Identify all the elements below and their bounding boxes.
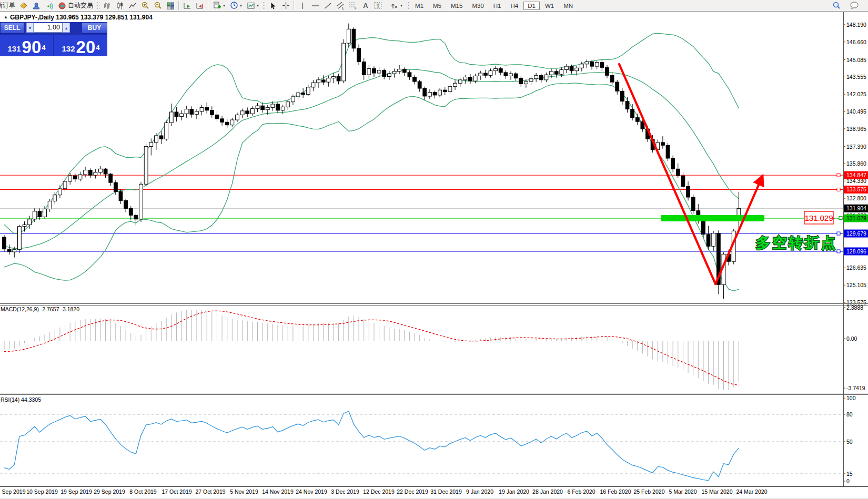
price-tick-label: 135.860: [846, 160, 866, 167]
price-tick-label: 146.660: [846, 39, 866, 45]
candle: [625, 97, 629, 113]
candle: [7, 245, 11, 254]
volume-increase-button[interactable]: ▲: [63, 23, 70, 33]
price-badge-label: 134.847: [846, 172, 866, 178]
candle: [377, 67, 381, 76]
candle: [58, 185, 62, 198]
rsi-indicator-label: RSI(14) 44.3305: [1, 396, 41, 403]
candle: [398, 65, 401, 74]
price-tick-label: 148.190: [846, 22, 866, 28]
candle: [615, 80, 619, 95]
candle: [387, 71, 391, 80]
candle: [600, 60, 604, 70]
rsi-line: [4, 411, 739, 481]
candle: [200, 105, 204, 115]
price-badge-label: 131.029: [846, 215, 866, 221]
collapse-arrow-icon[interactable]: ▲: [4, 15, 8, 19]
pivot-annotation-text[interactable]: 多空转折点: [756, 235, 837, 251]
trend-line-down[interactable]: [619, 64, 715, 284]
candle: [342, 39, 346, 84]
date-label: 19 Sep 2019: [60, 488, 92, 495]
sell-button[interactable]: SELL: [0, 22, 24, 34]
candle: [230, 118, 234, 127]
price-tick-label: 143.555: [846, 74, 866, 80]
macd-histogram: [4, 310, 739, 390]
candle: [367, 65, 371, 79]
date-label: Sep 2019: [2, 488, 26, 495]
buy-button[interactable]: BUY: [82, 22, 107, 34]
candle: [463, 75, 467, 84]
buy-price-button[interactable]: 132204: [54, 35, 107, 56]
volume-input[interactable]: 1.00: [34, 23, 63, 33]
macd-tick-label: 0.00: [846, 335, 857, 342]
line-anchor-marker[interactable]: [837, 188, 840, 191]
date-label: 25 Feb 2020: [634, 488, 665, 495]
date-label: 10 Sep 2019: [26, 488, 58, 495]
candle: [327, 76, 330, 86]
date-label: 9 Jan 2020: [466, 488, 493, 495]
candle: [84, 167, 87, 177]
chart-canvas[interactable]: 131.029 148.190146.660145.085143.555142.…: [0, 0, 868, 499]
candle: [423, 87, 427, 100]
date-label: 8 Oct 2019: [129, 488, 157, 495]
candle: [585, 59, 589, 68]
candle: [565, 64, 569, 73]
candle: [402, 67, 406, 76]
price-tick-label: 142.025: [846, 91, 866, 97]
price-tick-label: 126.635: [846, 264, 866, 271]
candle: [17, 225, 21, 253]
candle: [595, 60, 599, 69]
candle: [306, 85, 310, 96]
candle: [514, 72, 518, 81]
candle: [362, 58, 366, 80]
price-tick-label: 125.105: [846, 282, 866, 288]
candle: [124, 199, 128, 212]
candle: [246, 107, 249, 117]
candle: [620, 88, 624, 105]
candle: [220, 116, 224, 126]
price-badge-label: 131.904: [846, 205, 866, 211]
bollinger-middle-band: [4, 69, 739, 249]
candle: [392, 68, 396, 77]
candle: [706, 226, 710, 250]
candle: [240, 109, 244, 118]
date-label: 12 Dec 2019: [363, 488, 395, 495]
price-tick-label: 137.390: [846, 144, 866, 150]
volume-decrease-button[interactable]: ▼: [26, 23, 34, 33]
candle: [291, 95, 295, 105]
date-label: 6 Feb 2020: [567, 488, 595, 495]
candle: [3, 235, 6, 252]
date-label: 19 Jan 2020: [499, 488, 529, 495]
candle: [479, 71, 482, 80]
candle: [301, 88, 305, 98]
sell-price-button[interactable]: 131904: [0, 35, 53, 56]
candle: [438, 88, 442, 97]
line-anchor-marker[interactable]: [837, 174, 840, 177]
candle: [433, 90, 437, 98]
green-line-anchor[interactable]: [839, 217, 842, 220]
candle: [23, 221, 26, 231]
date-label: 16 Feb 2020: [600, 488, 631, 495]
mt4-window: { "toolbar":{ "new_order_label":"新订单", "…: [0, 0, 868, 499]
candle: [347, 24, 350, 47]
candle: [205, 103, 209, 114]
candle: [712, 231, 715, 251]
price-badge-label: 129.679: [846, 230, 866, 237]
candle: [418, 80, 421, 92]
candle: [155, 133, 158, 150]
date-label: 22 Dec 2019: [397, 488, 428, 495]
buy-pip: 4: [96, 45, 99, 51]
date-label: 24 Mar 2020: [736, 488, 768, 495]
price-tick-label: 138.965: [846, 126, 866, 132]
candle: [352, 27, 356, 52]
bollinger-upper-band: [4, 33, 739, 233]
rsi-tick-label: 15: [846, 471, 853, 477]
candle: [185, 106, 188, 118]
candle: [210, 106, 214, 117]
candle: [681, 172, 685, 189]
support-zone-rect[interactable]: [661, 215, 764, 221]
candle: [499, 67, 502, 75]
candle: [149, 138, 153, 155]
buy-big-figure: 132: [62, 44, 75, 54]
date-label: 14 Nov 2019: [262, 488, 294, 495]
